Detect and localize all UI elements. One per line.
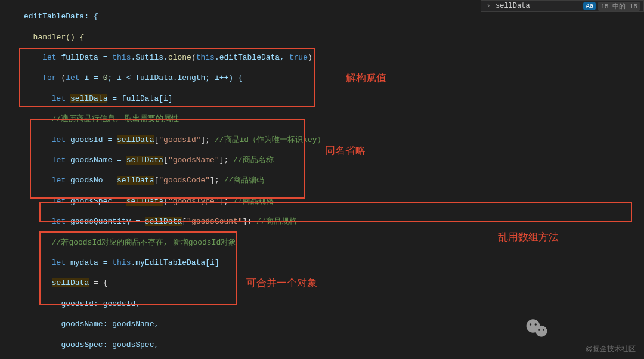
search-badges: Aa 15 中的 15 — [583, 2, 640, 11]
search-hint: 15 中的 15 — [598, 2, 640, 11]
search-term: sellData — [492, 2, 583, 10]
match-case-badge[interactable]: Aa — [583, 2, 596, 10]
search-bar[interactable]: › sellData Aa 15 中的 15 — [481, 0, 644, 12]
chevron-right-icon: › — [485, 2, 492, 10]
code-editor[interactable]: editTableData: { handler() { let fullDat… — [0, 0, 644, 359]
